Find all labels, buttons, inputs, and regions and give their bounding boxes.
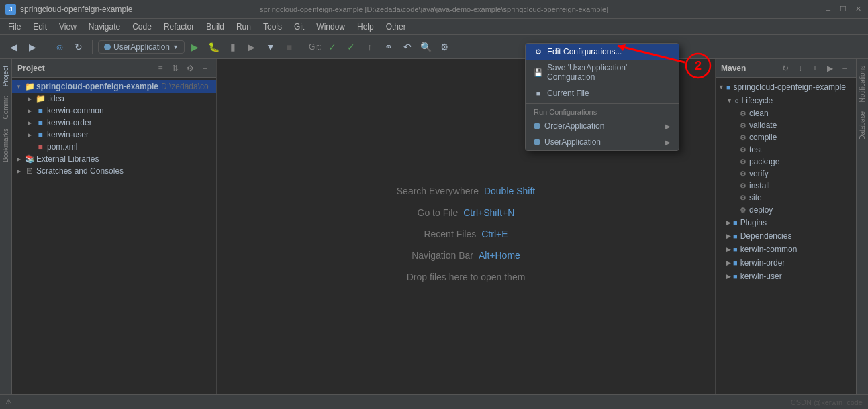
maven-lifecycle-verify[interactable]: ⚙ verify	[716, 168, 856, 180]
maven-lifecycle-clean[interactable]: ⚙ clean	[716, 107, 856, 119]
search-everywhere-btn[interactable]: 🔍	[418, 39, 434, 55]
maven-install-label: install	[749, 181, 770, 190]
maven-lifecycle-test[interactable]: ⚙ test	[716, 143, 856, 156]
tree-item-scratches[interactable]: ▶ 🖹 Scratches and Consoles	[12, 165, 216, 177]
tree-item-kerwin-order[interactable]: ▶ ■ kerwin-order	[12, 117, 216, 129]
menu-navigate[interactable]: Navigate	[83, 21, 126, 33]
maven-lifecycle-package[interactable]: ⚙ package	[716, 156, 856, 168]
hint-recent-files: Recent Files Ctrl+E	[424, 229, 508, 239]
maven-lifecycle-install[interactable]: ⚙ install	[716, 180, 856, 192]
maven-lifecycle-header[interactable]: ▼ ○ Lifecycle	[716, 94, 856, 107]
maven-gear-clean: ⚙	[740, 109, 746, 118]
dropdown-user-application[interactable]: UserApplication ▶	[526, 134, 679, 150]
git-check-btn[interactable]: ✓	[324, 39, 340, 55]
stop-btn[interactable]: ■	[281, 39, 297, 55]
maven-lifecycle-deploy[interactable]: ⚙ deploy	[716, 204, 856, 216]
menu-help[interactable]: Help	[352, 21, 379, 33]
hint-se-label: Search Everywhere	[397, 186, 479, 196]
run-config-dropdown[interactable]: UserApplication ▼	[98, 40, 185, 54]
maven-kerwin-user[interactable]: ▶ ■ kerwin-user	[716, 270, 856, 283]
maximize-button[interactable]: ☐	[838, 5, 848, 14]
maven-lifecycle-site[interactable]: ⚙ site	[716, 192, 856, 204]
menu-run[interactable]: Run	[231, 21, 256, 33]
maven-compile-label: compile	[749, 133, 777, 142]
tree-root-path: D:\zedada\co	[161, 82, 209, 91]
menu-view[interactable]: View	[54, 21, 82, 33]
tree-item-pom[interactable]: ■ pom.xml	[12, 141, 216, 153]
sidebar-tab-bookmarks[interactable]: Bookmarks	[1, 125, 11, 166]
tree-item-idea[interactable]: ▶ 📁 .idea	[12, 93, 216, 105]
profile-btn[interactable]: ▶	[244, 39, 260, 55]
maven-kerwin-order[interactable]: ▶ ■ kerwin-order	[716, 256, 856, 270]
dropdown-order-application[interactable]: OrderApplication ▶	[526, 118, 679, 134]
sidebar-tab-database[interactable]: Database	[857, 107, 867, 144]
maven-lifecycle-validate[interactable]: ⚙ validate	[716, 119, 856, 131]
git-history-btn[interactable]: ⚭	[381, 39, 397, 55]
menu-refactor[interactable]: Refactor	[158, 21, 199, 33]
tree-idea-label: .idea	[47, 94, 64, 103]
maven-refresh-btn[interactable]: ↻	[779, 62, 791, 74]
menu-tools[interactable]: Tools	[258, 21, 287, 33]
menu-edit[interactable]: Edit	[28, 21, 52, 33]
dropdown-current-file[interactable]: ■ Current File	[526, 85, 679, 101]
sidebar-tab-project[interactable]: Project	[1, 62, 11, 91]
maven-lifecycle-compile[interactable]: ⚙ compile	[716, 131, 856, 143]
menu-file[interactable]: File	[3, 21, 26, 33]
debug-btn[interactable]: 🐛	[206, 39, 222, 55]
window-controls: – ☐ ✕	[824, 5, 863, 14]
maven-download-btn[interactable]: ↓	[794, 62, 806, 74]
maven-kerwin-common-label: kerwin-common	[740, 245, 798, 254]
tree-sc-arrow: ▶	[15, 167, 23, 175]
maven-plugins-header[interactable]: ▶ ■ Plugins	[716, 216, 856, 229]
tree-pom-label: pom.xml	[47, 142, 77, 152]
git-rollback-btn[interactable]: ↶	[399, 39, 416, 55]
title-bar: J springcloud-openfeign-example springcl…	[0, 0, 868, 19]
panel-sort-btn[interactable]: ⇅	[169, 62, 181, 74]
panel-settings-btn[interactable]: ⚙	[184, 62, 196, 74]
status-text: ⚠	[5, 398, 12, 406]
tree-item-kerwin-common[interactable]: ▶ ■ kerwin-common	[12, 105, 216, 117]
edit-config-icon: ⚙	[534, 47, 543, 56]
maven-panel: Maven ↻ ↓ + ▶ − ▼ ■ springcloud-openfeig…	[715, 59, 856, 409]
git-tick-btn[interactable]: ✓	[343, 39, 359, 55]
menu-bar: File Edit View Navigate Code Refactor Bu…	[0, 19, 868, 35]
tree-item-kerwin-user[interactable]: ▶ ■ kerwin-user	[12, 129, 216, 141]
tree-ku-label: kerwin-user	[47, 130, 89, 139]
panel-close-btn[interactable]: −	[199, 62, 211, 74]
maven-root[interactable]: ▼ ■ springcloud-openfeign-example	[716, 80, 856, 94]
toolbar-back-btn[interactable]: ◀	[5, 39, 21, 55]
maven-add-btn[interactable]: +	[809, 62, 821, 74]
git-push-btn[interactable]: ↑	[362, 39, 378, 55]
minimize-button[interactable]: –	[824, 5, 833, 14]
tree-item-external-libs[interactable]: ▶ 📚 External Libraries	[12, 153, 216, 165]
sidebar-tab-commit[interactable]: Commit	[1, 92, 11, 123]
menu-code[interactable]: Code	[127, 21, 157, 33]
menu-other[interactable]: Other	[381, 21, 412, 33]
dropdown-save-configuration[interactable]: 💾 Save 'UserApplication' Configuration	[526, 60, 679, 85]
close-button[interactable]: ✕	[853, 5, 863, 14]
menu-git[interactable]: Git	[289, 21, 309, 33]
maven-kerwin-common[interactable]: ▶ ■ kerwin-common	[716, 243, 856, 256]
maven-gear-compile: ⚙	[740, 133, 746, 142]
coverage-btn[interactable]: ▮	[225, 39, 241, 55]
maven-site-label: site	[749, 193, 762, 202]
menu-build[interactable]: Build	[201, 21, 230, 33]
dropdown-save-label: Save 'UserApplication' Configuration	[547, 63, 671, 82]
toolbar-user-icon[interactable]: ☺	[52, 39, 68, 55]
menu-window[interactable]: Window	[311, 21, 350, 33]
toolbar-forward-btn[interactable]: ▶	[24, 39, 40, 55]
toolbar-update-btn[interactable]: ↻	[70, 39, 87, 55]
run-config-dot	[104, 44, 111, 50]
sidebar-tab-notifications[interactable]: Notifications	[857, 62, 867, 106]
maven-run-btn[interactable]: ▶	[824, 62, 836, 74]
maven-gear-install: ⚙	[740, 182, 746, 190]
maven-close-btn[interactable]: −	[838, 62, 851, 74]
tree-root[interactable]: ▼ 📁 springcloud-openfeign-example D:\zed…	[12, 80, 216, 93]
tree-ext-arrow: ▶	[15, 155, 23, 163]
run-btn[interactable]: ▶	[187, 39, 203, 55]
more-run-btn[interactable]: ▼	[262, 39, 279, 55]
dropdown-edit-configurations[interactable]: ⚙ Edit Configurations...	[526, 44, 679, 60]
settings-btn[interactable]: ⚙	[437, 39, 453, 55]
panel-collapse-btn[interactable]: ≡	[154, 62, 166, 74]
maven-dependencies-header[interactable]: ▶ ■ Dependencies	[716, 229, 856, 243]
